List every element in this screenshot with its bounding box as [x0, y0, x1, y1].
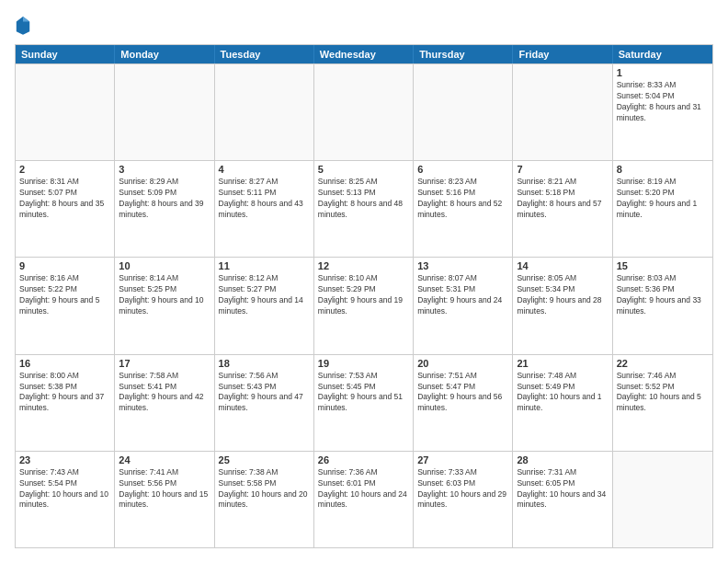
cell-date-number: 5 [318, 164, 409, 175]
cell-date-number: 7 [517, 164, 608, 175]
calendar-cell: 3Sunrise: 8:29 AM Sunset: 5:09 PM Daylig… [115, 161, 214, 257]
weekday-header: Tuesday [215, 45, 314, 63]
cell-date-number: 26 [318, 454, 409, 465]
calendar-cell: 18Sunrise: 7:56 AM Sunset: 5:43 PM Dayli… [215, 355, 314, 451]
cell-date-number: 14 [517, 260, 608, 271]
calendar-cell: 22Sunrise: 7:46 AM Sunset: 5:52 PM Dayli… [613, 355, 712, 451]
calendar-cell: 10Sunrise: 8:14 AM Sunset: 5:25 PM Dayli… [115, 258, 214, 353]
cell-date-number: 13 [417, 260, 508, 271]
calendar-cell [16, 64, 115, 160]
calendar-cell: 9Sunrise: 8:16 AM Sunset: 5:22 PM Daylig… [16, 258, 115, 353]
cell-date-number: 3 [119, 164, 210, 175]
calendar-cell: 8Sunrise: 8:19 AM Sunset: 5:20 PM Daylig… [613, 161, 712, 257]
cell-info: Sunrise: 8:07 AM Sunset: 5:31 PM Dayligh… [417, 273, 508, 317]
cell-info: Sunrise: 7:31 AM Sunset: 6:05 PM Dayligh… [517, 467, 608, 511]
header [15, 15, 713, 35]
calendar-cell: 14Sunrise: 8:05 AM Sunset: 5:34 PM Dayli… [513, 258, 612, 353]
cell-info: Sunrise: 7:48 AM Sunset: 5:49 PM Dayligh… [517, 371, 608, 415]
cell-date-number: 19 [318, 358, 409, 369]
cell-info: Sunrise: 7:36 AM Sunset: 6:01 PM Dayligh… [318, 467, 409, 511]
calendar-cell [215, 64, 314, 160]
calendar: SundayMondayTuesdayWednesdayThursdayFrid… [15, 44, 713, 548]
calendar-cell: 16Sunrise: 8:00 AM Sunset: 5:38 PM Dayli… [16, 355, 115, 451]
cell-info: Sunrise: 8:29 AM Sunset: 5:09 PM Dayligh… [119, 177, 210, 221]
cell-info: Sunrise: 7:58 AM Sunset: 5:41 PM Dayligh… [119, 371, 210, 415]
calendar-cell: 2Sunrise: 8:31 AM Sunset: 5:07 PM Daylig… [16, 161, 115, 257]
cell-date-number: 1 [617, 67, 709, 78]
weekday-header: Wednesday [314, 45, 414, 63]
calendar-row: 23Sunrise: 7:43 AM Sunset: 5:54 PM Dayli… [16, 451, 712, 547]
cell-date-number: 22 [617, 358, 709, 369]
cell-info: Sunrise: 7:38 AM Sunset: 5:58 PM Dayligh… [219, 467, 310, 511]
cell-date-number: 24 [119, 454, 210, 465]
cell-info: Sunrise: 8:31 AM Sunset: 5:07 PM Dayligh… [19, 177, 110, 221]
weekday-header: Thursday [414, 45, 513, 63]
calendar-cell: 17Sunrise: 7:58 AM Sunset: 5:41 PM Dayli… [115, 355, 214, 451]
cell-info: Sunrise: 8:12 AM Sunset: 5:27 PM Dayligh… [219, 273, 310, 317]
calendar-cell: 25Sunrise: 7:38 AM Sunset: 5:58 PM Dayli… [215, 452, 314, 547]
calendar-cell: 11Sunrise: 8:12 AM Sunset: 5:27 PM Dayli… [215, 258, 314, 353]
cell-info: Sunrise: 7:43 AM Sunset: 5:54 PM Dayligh… [19, 467, 110, 511]
calendar-cell [115, 64, 214, 160]
weekday-header: Monday [115, 45, 214, 63]
cell-info: Sunrise: 8:05 AM Sunset: 5:34 PM Dayligh… [517, 273, 608, 317]
cell-date-number: 8 [617, 164, 709, 175]
weekday-header: Friday [513, 45, 612, 63]
cell-info: Sunrise: 8:10 AM Sunset: 5:29 PM Dayligh… [318, 273, 409, 317]
calendar-cell: 27Sunrise: 7:33 AM Sunset: 6:03 PM Dayli… [414, 452, 513, 547]
weekday-header: Sunday [16, 45, 115, 63]
calendar-cell [613, 452, 712, 547]
cell-info: Sunrise: 7:33 AM Sunset: 6:03 PM Dayligh… [417, 467, 508, 511]
cell-info: Sunrise: 8:25 AM Sunset: 5:13 PM Dayligh… [318, 177, 409, 221]
calendar-cell: 23Sunrise: 7:43 AM Sunset: 5:54 PM Dayli… [16, 452, 115, 547]
cell-info: Sunrise: 7:53 AM Sunset: 5:45 PM Dayligh… [318, 371, 409, 415]
cell-date-number: 18 [219, 358, 310, 369]
calendar-row: 1Sunrise: 8:33 AM Sunset: 5:04 PM Daylig… [16, 63, 712, 160]
cell-info: Sunrise: 8:23 AM Sunset: 5:16 PM Dayligh… [417, 177, 508, 221]
calendar-row: 2Sunrise: 8:31 AM Sunset: 5:07 PM Daylig… [16, 160, 712, 257]
calendar-cell: 19Sunrise: 7:53 AM Sunset: 5:45 PM Dayli… [314, 355, 414, 451]
logo [15, 15, 35, 35]
svg-marker-1 [23, 17, 29, 21]
cell-info: Sunrise: 7:51 AM Sunset: 5:47 PM Dayligh… [417, 371, 508, 415]
calendar-header: SundayMondayTuesdayWednesdayThursdayFrid… [16, 45, 712, 63]
cell-info: Sunrise: 8:00 AM Sunset: 5:38 PM Dayligh… [19, 371, 110, 415]
calendar-cell: 4Sunrise: 8:27 AM Sunset: 5:11 PM Daylig… [215, 161, 314, 257]
calendar-cell: 13Sunrise: 8:07 AM Sunset: 5:31 PM Dayli… [414, 258, 513, 353]
calendar-body: 1Sunrise: 8:33 AM Sunset: 5:04 PM Daylig… [16, 63, 712, 547]
cell-date-number: 17 [119, 358, 210, 369]
cell-date-number: 27 [417, 454, 508, 465]
weekday-header: Saturday [613, 45, 712, 63]
cell-date-number: 21 [517, 358, 608, 369]
calendar-cell: 6Sunrise: 8:23 AM Sunset: 5:16 PM Daylig… [414, 161, 513, 257]
calendar-cell: 20Sunrise: 7:51 AM Sunset: 5:47 PM Dayli… [414, 355, 513, 451]
calendar-row: 9Sunrise: 8:16 AM Sunset: 5:22 PM Daylig… [16, 257, 712, 353]
cell-info: Sunrise: 8:21 AM Sunset: 5:18 PM Dayligh… [517, 177, 608, 221]
cell-info: Sunrise: 8:16 AM Sunset: 5:22 PM Dayligh… [19, 273, 110, 317]
cell-info: Sunrise: 8:33 AM Sunset: 5:04 PM Dayligh… [617, 80, 709, 124]
calendar-row: 16Sunrise: 8:00 AM Sunset: 5:38 PM Dayli… [16, 354, 712, 451]
cell-date-number: 10 [119, 260, 210, 271]
calendar-cell: 15Sunrise: 8:03 AM Sunset: 5:36 PM Dayli… [613, 258, 712, 353]
cell-date-number: 12 [318, 260, 409, 271]
cell-info: Sunrise: 8:27 AM Sunset: 5:11 PM Dayligh… [219, 177, 310, 221]
cell-date-number: 15 [617, 260, 709, 271]
cell-date-number: 28 [517, 454, 608, 465]
calendar-cell: 1Sunrise: 8:33 AM Sunset: 5:04 PM Daylig… [613, 64, 712, 160]
cell-date-number: 16 [19, 358, 110, 369]
calendar-cell: 12Sunrise: 8:10 AM Sunset: 5:29 PM Dayli… [314, 258, 414, 353]
cell-info: Sunrise: 7:41 AM Sunset: 5:56 PM Dayligh… [119, 467, 210, 511]
cell-info: Sunrise: 8:03 AM Sunset: 5:36 PM Dayligh… [617, 273, 709, 317]
calendar-cell: 21Sunrise: 7:48 AM Sunset: 5:49 PM Dayli… [513, 355, 612, 451]
cell-info: Sunrise: 8:19 AM Sunset: 5:20 PM Dayligh… [617, 177, 709, 221]
calendar-cell [513, 64, 612, 160]
cell-date-number: 4 [219, 164, 310, 175]
calendar-cell: 7Sunrise: 8:21 AM Sunset: 5:18 PM Daylig… [513, 161, 612, 257]
logo-icon [15, 15, 31, 35]
cell-date-number: 11 [219, 260, 310, 271]
cell-date-number: 23 [19, 454, 110, 465]
cell-date-number: 25 [219, 454, 310, 465]
page: SundayMondayTuesdayWednesdayThursdayFrid… [0, 0, 728, 563]
cell-date-number: 20 [417, 358, 508, 369]
calendar-cell [314, 64, 414, 160]
